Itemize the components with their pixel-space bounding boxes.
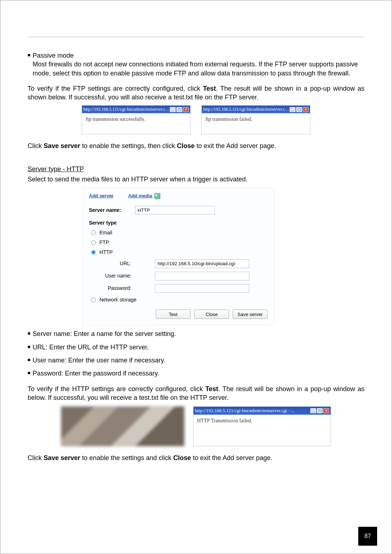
username-input[interactable] — [155, 272, 249, 280]
close-icon[interactable]: ✕ — [303, 107, 309, 112]
list-item: ■User name: Enter the user name if neces… — [28, 356, 364, 365]
radio-http-label: HTTP — [99, 249, 113, 256]
maximize-icon[interactable]: ▢ — [296, 107, 302, 112]
popup-titlebar: http://192.168.5.121/cgi-bin/admin/tests… — [82, 106, 190, 113]
save1-b2: Close — [177, 142, 195, 149]
radio-ftp[interactable] — [91, 240, 96, 245]
popup-title-text: http://192.168.5.121/cgi-bin/admin/tests… — [83, 106, 170, 112]
tab-add-media-label: Add media — [128, 193, 152, 199]
save-close-line-2: Click Save server to enable the settings… — [28, 454, 364, 462]
list-item: ■Password: Enter the password if necessa… — [28, 369, 364, 378]
desc-user: User name: Enter the user name if necess… — [33, 356, 166, 365]
radio-ftp-label: FTP — [99, 239, 109, 246]
password-label: Password: — [101, 285, 155, 292]
add-media-badge-icon — [154, 193, 160, 199]
minimize-icon[interactable]: _ — [170, 107, 176, 112]
minimize-icon[interactable]: _ — [310, 408, 316, 413]
maximize-icon[interactable]: ▢ — [176, 107, 182, 112]
save-close-line-1: Click Save server to enable the settings… — [28, 141, 364, 150]
radio-email-row[interactable]: Email — [91, 229, 268, 236]
ftp-fail-popup: http://192.168.5.121/cgi-bin/admin/tests… — [201, 105, 310, 134]
radio-network-storage[interactable] — [91, 297, 96, 302]
bullet-square-icon: ■ — [28, 343, 30, 352]
passive-mode-body: Most firewalls do not accept new connect… — [33, 61, 358, 77]
url-input[interactable] — [155, 259, 249, 268]
close-button[interactable]: Close — [194, 309, 229, 319]
add-server-dialog: Add server Add media Server name: Server… — [82, 188, 274, 325]
save1-mid: to enable the settings, then click — [80, 142, 177, 149]
server-name-row: Server name: — [89, 206, 268, 214]
passive-mode-text: Passive mode Most firewalls do not accep… — [33, 51, 364, 78]
http-verify-paragraph: To verify if the HTTP settings are corre… — [28, 385, 364, 402]
desc-url: URL: Enter the URL of the HTTP server. — [33, 343, 149, 352]
http-result-row: http://192.168.5.121/cgi-bin/admin/tests… — [28, 406, 364, 446]
radio-http-row[interactable]: HTTP — [91, 249, 268, 256]
field-description-list: ■Server name: Enter a name for the serve… — [28, 329, 364, 378]
popup-title-text: http://192.168.5.121/cgi-bin/admin/tests… — [203, 106, 290, 112]
page-number: 87 — [358, 527, 377, 546]
test-button[interactable]: Test — [156, 309, 191, 319]
save2-b2: Close — [173, 454, 191, 461]
content-area: ■ Passive mode Most firewalls do not acc… — [28, 51, 364, 463]
save2-b1: Save server — [44, 454, 80, 461]
list-item: ■Server name: Enter a name for the serve… — [28, 329, 364, 338]
radio-http[interactable] — [91, 250, 96, 255]
list-item: ■URL: Enter the URL of the HTTP server. — [28, 343, 364, 352]
document-page: ■ Passive mode Most firewalls do not acc… — [0, 0, 392, 554]
desc-pass: Password: Enter the password if necessar… — [33, 369, 159, 378]
popup-titlebar: http://192.168.5.121/cgi-bin/admin/tests… — [193, 407, 331, 415]
bullet-square-icon: ■ — [28, 329, 30, 338]
url-row: URL: — [101, 259, 268, 268]
url-label: URL: — [101, 260, 155, 267]
dialog-button-row: Test Close Save server — [89, 309, 268, 319]
tab-add-media[interactable]: Add media — [128, 193, 160, 199]
radio-netstorage-row[interactable]: Network storage — [91, 296, 268, 303]
ftp-success-popup: http://192.168.5.121/cgi-bin/admin/tests… — [82, 105, 191, 134]
ftp-verify-paragraph: To verify if the FTP settings are correc… — [28, 84, 364, 102]
tab-add-server[interactable]: Add server — [89, 193, 114, 199]
ftp-popup-row: http://192.168.5.121/cgi-bin/admin/tests… — [28, 105, 364, 134]
username-label: User name: — [101, 272, 155, 279]
username-row: User name: — [101, 272, 268, 280]
save2-pre: Click — [28, 454, 44, 461]
http-verify-pre: To verify if the HTTP settings are corre… — [28, 385, 205, 393]
popup-body: ftp transmission successfully. — [82, 113, 190, 134]
passive-mode-block: ■ Passive mode Most firewalls do not acc… — [28, 51, 364, 78]
passive-mode-title: Passive mode — [33, 52, 74, 59]
http-fields-group: URL: User name: Password: — [101, 259, 268, 293]
save2-post: to exit the Add server page. — [191, 454, 272, 461]
save2-mid: to enable the settings and click — [80, 454, 173, 461]
popup-title-text: http://192.168.5.121/cgi-bin/admin/tests… — [195, 407, 295, 414]
server-type-heading: Server type — [89, 219, 268, 226]
http-verify-bold-test: Test — [205, 385, 219, 393]
close-icon[interactable]: ✕ — [323, 408, 329, 413]
server-name-label: Server name: — [89, 207, 131, 214]
http-intro: Select to send the media files to an HTT… — [28, 175, 364, 184]
popup-body: ftp transmission failed. — [202, 113, 310, 134]
bullet-square-icon: ■ — [28, 51, 30, 78]
top-divider — [28, 37, 364, 37]
ftp-verify-bold-test: Test — [203, 85, 216, 92]
result-thumbnail-image — [61, 406, 184, 446]
window-buttons: _ ▢ ✕ — [170, 107, 189, 112]
radio-email[interactable] — [91, 230, 96, 235]
window-buttons: _ ▢ ✕ — [290, 107, 309, 112]
http-heading: Server type - HTTP — [28, 165, 364, 173]
radio-ftp-row[interactable]: FTP — [91, 239, 268, 246]
maximize-icon[interactable]: ▢ — [317, 408, 323, 413]
radio-netstorage-label: Network storage — [99, 296, 136, 303]
minimize-icon[interactable]: _ — [290, 107, 295, 112]
save1-pre: Click — [28, 142, 44, 149]
server-name-input[interactable] — [135, 206, 215, 214]
save-server-button[interactable]: Save server — [233, 309, 268, 319]
popup-titlebar: http://192.168.5.121/cgi-bin/admin/tests… — [202, 106, 310, 113]
http-fail-popup: http://192.168.5.121/cgi-bin/admin/tests… — [193, 406, 331, 446]
bullet-square-icon: ■ — [28, 369, 30, 378]
window-buttons: _ ▢ ✕ — [310, 408, 329, 413]
save1-post: to exit the Add server page. — [195, 142, 276, 149]
close-icon[interactable]: ✕ — [183, 107, 189, 112]
popup-body: HTTP Transmission failed. — [193, 415, 331, 435]
ftp-verify-pre: To verify if the FTP settings are correc… — [28, 85, 203, 92]
radio-email-label: Email — [99, 229, 112, 236]
password-input[interactable] — [155, 284, 249, 293]
